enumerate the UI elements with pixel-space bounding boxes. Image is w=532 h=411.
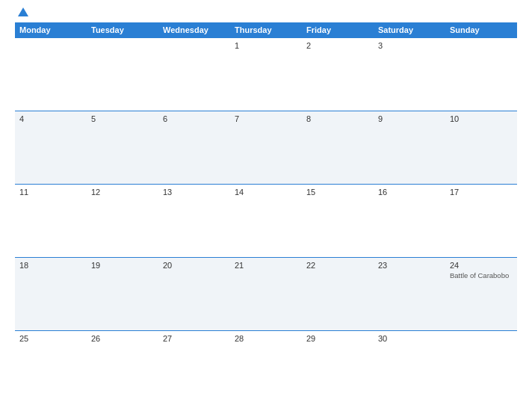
- day-cell: 17: [445, 184, 517, 257]
- calendar-header: [15, 7, 517, 16]
- day-cell: 13: [158, 184, 230, 257]
- day-cell: 25: [15, 330, 87, 404]
- day-cell: 7: [230, 111, 302, 184]
- logo-triangle-icon: [18, 7, 28, 16]
- weekday-header-row: MondayTuesdayWednesdayThursdayFridaySatu…: [15, 22, 517, 38]
- logo: [15, 7, 28, 16]
- calendar-table: MondayTuesdayWednesdayThursdayFridaySatu…: [15, 22, 517, 404]
- day-cell: [445, 38, 517, 111]
- weekday-header-sunday: Sunday: [445, 22, 517, 38]
- weekday-header-thursday: Thursday: [230, 22, 302, 38]
- week-row-4: 18192021222324Battle of Carabobo: [15, 257, 517, 330]
- day-cell: 19: [87, 257, 158, 330]
- day-cell: 6: [158, 111, 230, 184]
- day-cell-empty: [15, 38, 87, 111]
- weekday-header-tuesday: Tuesday: [87, 22, 158, 38]
- day-cell: 4: [15, 111, 87, 184]
- day-cell: 16: [374, 184, 445, 257]
- day-cell: 11: [15, 184, 87, 257]
- holiday-label: Battle of Carabobo: [450, 271, 513, 279]
- weekday-header-monday: Monday: [15, 22, 87, 38]
- day-cell: 30: [374, 330, 445, 404]
- day-cell: 23: [374, 257, 445, 330]
- weekday-header-saturday: Saturday: [374, 22, 445, 38]
- day-cell: 26: [87, 330, 158, 404]
- day-cell: 20: [158, 257, 230, 330]
- day-cell: 21: [230, 257, 302, 330]
- day-cell: 10: [445, 111, 517, 184]
- day-cell: 14: [230, 184, 302, 257]
- day-cell: 8: [302, 111, 374, 184]
- day-cell: 1: [230, 38, 302, 111]
- day-cell: 24Battle of Carabobo: [445, 257, 517, 330]
- weekday-header-friday: Friday: [302, 22, 374, 38]
- day-cell: 12: [87, 184, 158, 257]
- day-cell: 22: [302, 257, 374, 330]
- day-cell-empty: [87, 38, 158, 111]
- day-cell: 5: [87, 111, 158, 184]
- week-row-2: 45678910: [15, 111, 517, 184]
- week-row-1: 123: [15, 38, 517, 111]
- day-cell: 27: [158, 330, 230, 404]
- day-cell: 28: [230, 330, 302, 404]
- day-cell: [445, 330, 517, 404]
- day-cell-empty: [158, 38, 230, 111]
- day-cell: 9: [374, 111, 445, 184]
- day-cell: 29: [302, 330, 374, 404]
- day-cell: 3: [374, 38, 445, 111]
- week-row-3: 11121314151617: [15, 184, 517, 257]
- day-cell: 18: [15, 257, 87, 330]
- weekday-header-wednesday: Wednesday: [158, 22, 230, 38]
- day-cell: 15: [302, 184, 374, 257]
- week-row-5: 252627282930: [15, 330, 517, 404]
- day-cell: 2: [302, 38, 374, 111]
